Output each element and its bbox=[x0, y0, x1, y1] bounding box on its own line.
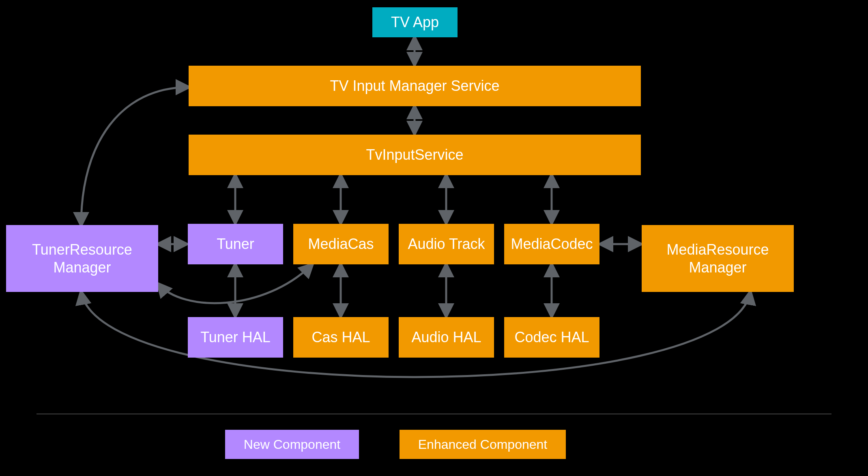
tv-input-service-box: TvInputService bbox=[189, 135, 641, 175]
legend-new-component: New Component bbox=[225, 430, 359, 459]
audio-hal-box: Audio HAL bbox=[399, 317, 494, 358]
mediacodec-box: MediaCodec bbox=[504, 224, 599, 264]
trm-line1: TunerResource bbox=[32, 241, 132, 258]
tuner-resource-manager-box: TunerResource Manager bbox=[6, 225, 158, 292]
legend-enhanced-component: Enhanced Component bbox=[400, 430, 566, 459]
media-resource-manager-box: MediaResource Manager bbox=[642, 225, 794, 292]
tv-app-box: TV App bbox=[372, 7, 458, 37]
cas-hal-box: Cas HAL bbox=[293, 317, 389, 358]
tuner-box: Tuner bbox=[188, 224, 283, 264]
trm-line2: Manager bbox=[53, 259, 111, 276]
codec-hal-box: Codec HAL bbox=[504, 317, 599, 358]
audiotrack-box: Audio Track bbox=[399, 224, 494, 264]
tv-input-manager-service-box: TV Input Manager Service bbox=[189, 66, 641, 106]
tuner-hal-box: Tuner HAL bbox=[188, 317, 283, 358]
mediacas-box: MediaCas bbox=[293, 224, 389, 264]
mrm-line2: Manager bbox=[689, 259, 746, 276]
mrm-line1: MediaResource bbox=[666, 241, 769, 258]
legend-divider bbox=[37, 414, 831, 414]
